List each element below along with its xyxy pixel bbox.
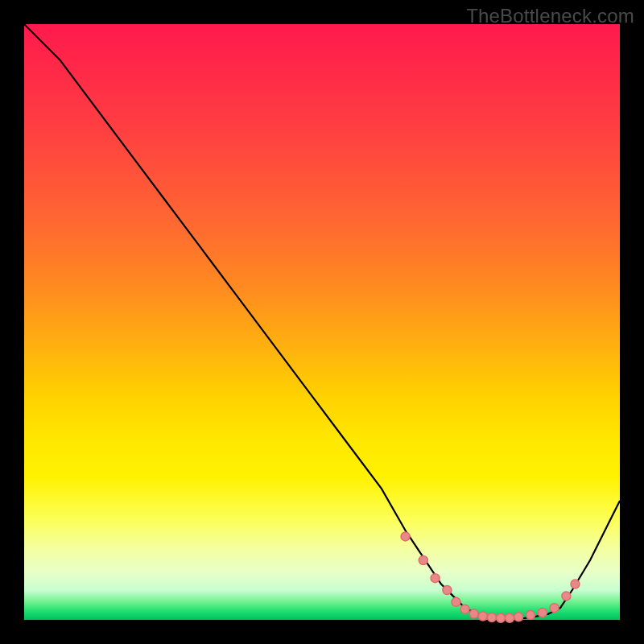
chart-frame: TheBottleneck.com	[0, 0, 644, 644]
optimal-range-marker	[478, 612, 487, 621]
optimal-range-marker	[419, 556, 427, 565]
optimal-range-marker	[538, 609, 547, 617]
optimal-range-marker	[443, 586, 452, 595]
plot-area	[24, 24, 620, 620]
optimal-range-marker	[571, 580, 580, 588]
optimal-range-marker	[526, 611, 535, 620]
bottleneck-curve-svg	[24, 24, 620, 620]
optimal-range-marker	[469, 609, 478, 618]
optimal-range-marker	[401, 532, 410, 541]
optimal-range-marker	[460, 605, 469, 613]
optimal-range-marker	[562, 592, 571, 601]
optimal-range-marker	[514, 613, 523, 621]
optimal-range-marker	[497, 613, 506, 622]
optimal-range-marker	[487, 613, 496, 622]
optimal-range-marker	[452, 597, 460, 606]
optimal-range-marker	[431, 574, 440, 583]
optimal-range-marker	[506, 613, 514, 622]
optimal-range-marker	[550, 604, 559, 613]
bottleneck-curve	[24, 24, 620, 619]
optimal-range-markers	[401, 532, 580, 622]
